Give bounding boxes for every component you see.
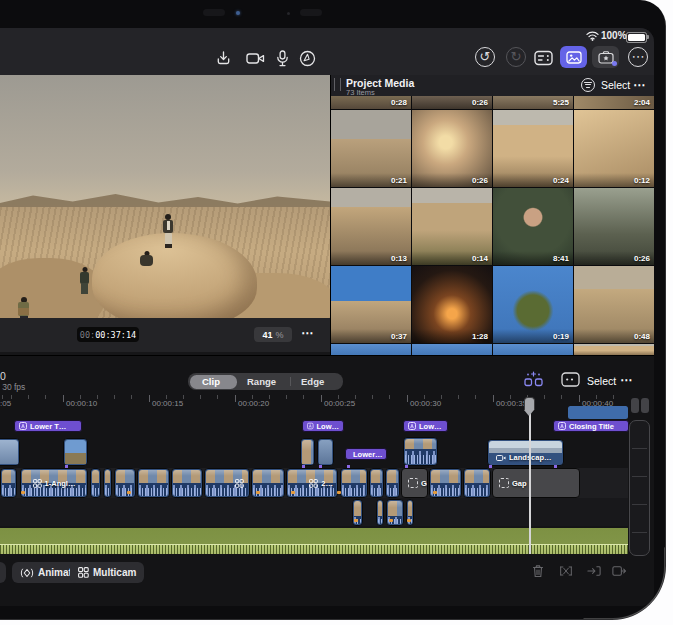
media-thumbnail[interactable]: 0:14 [412, 188, 492, 265]
ipad-device-frame: 100% ↺ ↻ [0, 0, 666, 620]
capture-media-icon[interactable] [592, 46, 619, 68]
media-thumbnail[interactable]: 0:26 [412, 110, 492, 187]
timeline-clip-multicam[interactable] [204, 468, 250, 498]
media-thumbnail[interactable]: 0:26 [412, 96, 492, 109]
timeline-clip[interactable] [171, 468, 203, 498]
media-select-button[interactable]: Select [601, 79, 630, 91]
connected-clip[interactable] [352, 499, 363, 526]
panel-drag-grip[interactable] [334, 78, 341, 91]
footer-partial-button[interactable] [0, 562, 6, 583]
media-thumbnail[interactable]: 0:37 [331, 266, 411, 343]
multicam-button[interactable]: Multicam [70, 562, 144, 583]
ruler-label: 00:00:30 [410, 399, 441, 408]
clip-duration: 1:28 [472, 332, 488, 341]
title-clip[interactable]: Low… [302, 420, 344, 432]
media-thumbnail[interactable]: 0:12 [574, 110, 654, 187]
clip-label: Gap [421, 479, 428, 488]
timeline-clip[interactable] [103, 468, 112, 498]
timeline-zoom-handle[interactable] [641, 398, 649, 413]
connected-clip-landscape[interactable]: Landscap… [487, 439, 564, 466]
timeline-select-button[interactable]: Select [587, 375, 616, 387]
connected-clip[interactable] [63, 438, 88, 466]
timeline-clip[interactable] [463, 468, 491, 498]
insert-icon[interactable] [586, 563, 602, 579]
timeline-zoom-handle[interactable] [631, 398, 639, 413]
timeline-overview-icon[interactable] [561, 372, 580, 387]
timecode-display[interactable]: 00:00:37:14 [77, 327, 139, 342]
connected-clip[interactable] [403, 437, 438, 466]
connected-clip[interactable] [317, 438, 334, 466]
connected-clip[interactable] [0, 438, 20, 466]
screen: 100% ↺ ↻ [0, 28, 654, 606]
segment-range[interactable]: Range [247, 376, 276, 387]
timeline-gap-clip[interactable]: Gap [401, 468, 428, 498]
segment-clip[interactable]: Clip [202, 376, 220, 387]
media-thumbnail[interactable]: 5:25 [493, 96, 573, 109]
title-icon [307, 422, 314, 430]
redo-icon[interactable]: ↻ [506, 47, 526, 67]
microphone-icon[interactable] [272, 48, 292, 68]
import-icon[interactable] [213, 48, 233, 68]
title-clip[interactable]: Low… [403, 420, 448, 432]
project-media-panel: Project Media 73 Items Select ⋯ 0:28 0:2… [330, 75, 654, 355]
connected-lane-below [0, 498, 628, 526]
music-audio-clip[interactable] [0, 528, 628, 554]
media-thumbnail[interactable]: 0:24 [493, 110, 573, 187]
timeline-clip[interactable] [90, 468, 101, 498]
segment-edge[interactable]: Edge [301, 376, 324, 387]
timeline-gap-clip[interactable]: Gap [492, 468, 580, 498]
timeline-clip[interactable] [114, 468, 136, 498]
media-more-icon[interactable]: ⋯ [633, 78, 646, 92]
battery-percent: 100% [601, 30, 627, 41]
title-clip[interactable]: Lower T… [14, 420, 82, 432]
clip-duration: 0:13 [391, 254, 407, 263]
timeline: 0 · 30 fps Clip Range Edge [0, 355, 654, 606]
timecode-hours: 00: [80, 330, 95, 340]
media-thumbnail[interactable]: 2:04 [574, 96, 654, 109]
undo-icon[interactable]: ↺ [475, 47, 495, 67]
timeline-clip[interactable] [0, 468, 17, 498]
media-thumbnail[interactable] [412, 344, 492, 355]
viewer-more-icon[interactable]: ⋯ [301, 326, 314, 340]
title-clip[interactable]: Closing Title [553, 420, 629, 432]
pencil-tool-icon[interactable] [297, 48, 317, 68]
media-thumbnail[interactable]: 0:19 [493, 266, 573, 343]
connected-clip[interactable] [300, 438, 315, 466]
title-clip[interactable]: Lower… [345, 448, 387, 460]
playhead[interactable] [524, 397, 535, 410]
clip-duration: 0:28 [391, 98, 407, 107]
timeline-clip[interactable] [369, 468, 384, 498]
media-thumbnail[interactable]: 8:41 [493, 188, 573, 265]
media-browser-icon[interactable] [560, 46, 587, 68]
zoom-level-control[interactable]: 41% [254, 327, 292, 342]
more-icon[interactable]: ⋯ [628, 47, 648, 67]
media-thumbnail[interactable] [574, 344, 654, 355]
person-sitting [140, 251, 153, 267]
media-thumbnail[interactable]: 0:28 [331, 96, 411, 109]
delete-icon[interactable] [530, 563, 546, 579]
clip-duration: 0:26 [634, 254, 650, 263]
blade-icon[interactable] [558, 563, 574, 579]
media-thumbnail[interactable] [331, 344, 411, 355]
inspector-icon[interactable] [533, 48, 553, 68]
timeline-clip-multicam[interactable]: 1-Angl… [20, 468, 88, 498]
media-thumbnail[interactable]: 0:48 [574, 266, 654, 343]
media-thumbnail[interactable]: 0:26 [574, 188, 654, 265]
media-thumbnail[interactable]: 0:13 [331, 188, 411, 265]
timeline-more-icon[interactable]: ⋯ [620, 373, 633, 387]
media-thumbnail[interactable]: 0:21 [331, 110, 411, 187]
connected-clip[interactable] [568, 406, 628, 419]
media-thumbnail[interactable] [493, 344, 573, 355]
timeline-clip[interactable] [385, 468, 400, 498]
viewer-preview[interactable] [0, 75, 330, 318]
record-camera-icon[interactable] [245, 48, 265, 68]
timeline-scroll-track[interactable] [629, 420, 650, 556]
timeline-clip[interactable] [340, 468, 368, 498]
connected-clip[interactable] [376, 499, 384, 526]
filter-icon[interactable] [581, 78, 595, 92]
timeline-clip[interactable] [137, 468, 170, 498]
sensor-pill [300, 9, 322, 16]
media-thumbnail[interactable]: 1:28 [412, 266, 492, 343]
overwrite-icon[interactable] [611, 563, 627, 579]
enhance-clips-icon[interactable] [524, 371, 543, 388]
